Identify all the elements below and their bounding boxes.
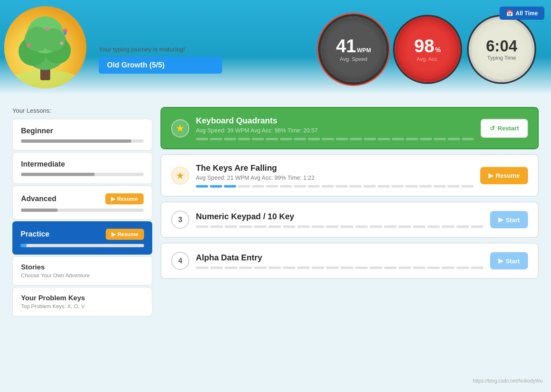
lesson-1-title: Keyboard Quadrants — [196, 116, 474, 125]
lesson-2-action-label: Resume — [496, 172, 520, 179]
sidebar-item-advanced[interactable]: Advanced ▶ Resume — [12, 186, 152, 220]
lesson-3-info: Numeric Keypad / 10 Key — [196, 212, 484, 228]
main-content: Your Lessons: Beginner Intermediate Adva… — [0, 95, 551, 330]
lesson-4-progress — [196, 267, 484, 269]
problem-keys-title: Your Problem Keys — [21, 294, 144, 302]
lesson-item-2: ★ The Keys Are Falling Avg Speed: 21 WPM… — [160, 154, 539, 197]
wpm-label: Avg. Speed — [340, 56, 367, 62]
your-lessons-label: Your Lessons: — [12, 107, 152, 114]
stories-title: Stories — [21, 263, 144, 271]
wpm-circle: 41 WPM Avg. Speed — [321, 16, 386, 82]
time-circle: 6:04 Typing Time — [469, 16, 535, 82]
lesson-1-restart-button[interactable]: ↺ Restart — [481, 119, 528, 138]
header-subtitle: Your typing journey is maturing! — [99, 46, 321, 53]
sidebar-item-intermediate[interactable]: Intermediate — [12, 152, 152, 184]
lesson-1-icon: ★ — [171, 119, 189, 137]
lesson-2-info: The Keys Are Falling Avg Speed: 21 WPM A… — [196, 163, 474, 188]
lesson-item-3: 3 Numeric Keypad / 10 Key — [160, 202, 539, 238]
lesson-2-action-icon: ▶ — [488, 172, 493, 179]
beginner-progress-bg — [21, 139, 144, 143]
calendar-icon: 📅 — [506, 10, 513, 16]
time-value: 6:04 — [486, 38, 517, 54]
lesson-1-progress — [196, 138, 474, 140]
lesson-item-1: ★ Keyboard Quadrants Avg Speed: 39 WPM A… — [160, 107, 539, 149]
time-label: Typing Time — [487, 55, 516, 61]
lesson-4-start-button[interactable]: ▶ Start — [490, 252, 528, 269]
wpm-unit: WPM — [357, 47, 371, 53]
practice-resume-button[interactable]: ▶ Resume — [106, 229, 144, 240]
level-bar: Old Growth (5/5) — [99, 57, 222, 74]
lesson-1-stats: Avg Speed: 39 WPM Avg Acc: 98% Time: 20:… — [196, 127, 474, 134]
svg-point-10 — [45, 27, 49, 31]
acc-value: 98 — [414, 37, 434, 55]
acc-label: Avg. Acc. — [416, 56, 439, 62]
header-info: Your typing journey is maturing! Old Gro… — [91, 21, 321, 74]
intermediate-label: Intermediate — [21, 160, 65, 169]
svg-point-9 — [60, 42, 63, 45]
lesson-3-start-icon: ▶ — [498, 216, 503, 223]
practice-progress-bg — [21, 244, 144, 247]
lesson-4-start-icon: ▶ — [498, 257, 503, 264]
resume-label-practice: Resume — [117, 231, 138, 237]
sidebar-item-stories[interactable]: Stories Choose Your Own Adventure — [12, 256, 152, 285]
header-stats: 41 WPM Avg. Speed 98 % Avg. Acc. 6:04 Ty… — [321, 12, 535, 82]
all-time-label: All Time — [516, 10, 538, 16]
lesson-item-4: 4 Alpha Data Entry — [160, 243, 539, 279]
url-watermark: https://blog.csdn.net/NobodyWu — [473, 378, 543, 384]
beginner-label: Beginner — [21, 127, 53, 135]
lesson-2-stats: Avg Speed: 21 WPM Avg Acc: 99% Time: 1:2… — [196, 174, 474, 181]
acc-circle: 98 % Avg. Acc. — [395, 16, 460, 82]
wpm-value: 41 — [336, 37, 356, 55]
advanced-progress-fill — [21, 209, 58, 212]
practice-label: Practice — [21, 230, 49, 239]
header: Your typing journey is maturing! Old Gro… — [0, 0, 551, 95]
sidebar-item-beginner[interactable]: Beginner — [12, 119, 152, 151]
lesson-2-progress — [196, 185, 474, 188]
lesson-4-start-label: Start — [506, 257, 520, 264]
all-time-button[interactable]: 📅 All Time — [500, 7, 544, 20]
practice-progress-fill — [21, 244, 27, 247]
intermediate-progress-bg — [21, 173, 144, 176]
lesson-2-resume-button[interactable]: ▶ Resume — [480, 167, 528, 184]
avatar-circle — [4, 6, 86, 88]
resume-label-advanced: Resume — [117, 196, 138, 202]
advanced-resume-button[interactable]: ▶ Resume — [105, 193, 144, 204]
sidebar-item-practice[interactable]: Practice ▶ Resume — [12, 221, 152, 255]
beginner-progress-fill — [21, 139, 131, 143]
lesson-3-progress — [196, 225, 484, 228]
lesson-3-start-button[interactable]: ▶ Start — [490, 211, 528, 228]
lesson-4-info: Alpha Data Entry — [196, 253, 484, 269]
advanced-progress-bg — [21, 209, 144, 212]
lesson-3-title: Numeric Keypad / 10 Key — [196, 212, 484, 221]
advanced-label: Advanced — [21, 195, 56, 203]
svg-point-7 — [42, 28, 65, 51]
svg-point-8 — [27, 43, 31, 47]
restart-icon: ↺ — [490, 125, 495, 132]
restart-label: Restart — [498, 125, 519, 132]
lesson-3-icon: 3 — [171, 211, 189, 229]
avatar-tree-svg — [4, 6, 86, 88]
intermediate-progress-fill — [21, 173, 95, 176]
acc-unit: % — [435, 46, 441, 54]
lesson-3-start-label: Start — [506, 216, 520, 223]
resume-icon-advanced: ▶ — [111, 196, 115, 202]
avatar-container — [0, 2, 91, 93]
lesson-list: ★ Keyboard Quadrants Avg Speed: 39 WPM A… — [160, 107, 539, 318]
lesson-4-icon: 4 — [171, 252, 189, 270]
sidebar: Your Lessons: Beginner Intermediate Adva… — [12, 107, 152, 318]
lesson-4-title: Alpha Data Entry — [196, 253, 484, 262]
sidebar-item-problem-keys[interactable]: Your Problem Keys Top Problem Keys: X, O… — [12, 287, 152, 316]
svg-rect-12 — [64, 31, 66, 35]
lesson-1-info: Keyboard Quadrants Avg Speed: 39 WPM Avg… — [196, 116, 474, 140]
problem-keys-subtitle: Top Problem Keys: X, O, V — [21, 303, 144, 309]
resume-icon-practice: ▶ — [112, 231, 116, 237]
lesson-2-title: The Keys Are Falling — [196, 163, 474, 173]
lesson-2-icon: ★ — [171, 167, 189, 185]
stories-subtitle: Choose Your Own Adventure — [21, 272, 144, 278]
